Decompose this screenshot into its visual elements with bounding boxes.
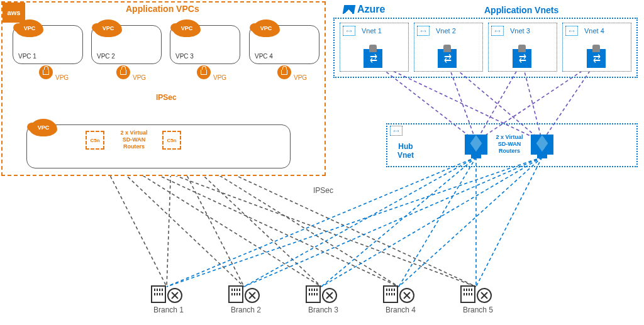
svg-line-29 [399, 157, 476, 287]
vpc-box-2: VPC VPC 2 [91, 25, 162, 64]
application-vpcs-title: Application VPCs [126, 4, 199, 14]
lock-icon [592, 45, 600, 52]
lock-icon [369, 45, 377, 52]
arrows-icon: ⇄ [518, 56, 526, 62]
building-icon [383, 285, 398, 303]
vpc-cloud-icon: VPC [252, 19, 280, 37]
lock-icon [443, 45, 451, 52]
svg-line-28 [321, 157, 476, 287]
vnet-peering-icon: ⇄ [364, 49, 382, 68]
router-icon [245, 288, 260, 303]
vnet-diamond-icon: ‹··› [390, 126, 402, 136]
vpc-name-label: VPC 3 [175, 53, 194, 60]
vpg-label: VPG [213, 74, 226, 81]
hub-vnet-title: Hub Vnet [397, 142, 414, 160]
vnet-name-label: Vnet 1 [362, 27, 382, 35]
vpg-icon [276, 64, 292, 80]
vpc-box-3: VPC VPC 3 [170, 25, 240, 64]
branch-label: Branch 1 [153, 306, 184, 314]
ipsec-aws-label: IPSec [156, 93, 177, 102]
azure-vm-icon [531, 135, 553, 155]
vpc-box-1: VPC VPC 1 [13, 25, 83, 64]
router-icon [167, 288, 182, 303]
vpc-cloud-icon: VPC [173, 19, 201, 37]
building-icon [228, 285, 243, 303]
vpg-label: VPG [55, 74, 69, 81]
arrows-icon: ⇄ [443, 56, 451, 62]
svg-line-34 [399, 157, 542, 287]
svg-line-32 [244, 157, 542, 287]
vnet-diamond-icon: ‹··› [491, 26, 504, 36]
cube-icon [470, 135, 482, 152]
lock-icon [120, 70, 126, 75]
building-icon [460, 285, 475, 303]
branch-label: Branch 5 [463, 306, 493, 314]
branch-node-2 [228, 285, 260, 303]
lock-icon [518, 45, 526, 52]
building-icon [306, 285, 321, 303]
vpg-icon [196, 64, 212, 80]
vnet-diamond-icon: ‹··› [343, 26, 355, 36]
branch-label: Branch 4 [386, 306, 416, 314]
vpc-name-label: VPC 4 [255, 53, 273, 60]
azure-vm-icon [465, 135, 487, 155]
arrows-icon: ⇄ [369, 56, 377, 62]
c5n-router-icon: C5n [86, 131, 104, 150]
vpc-name-label: VPC 2 [97, 53, 115, 60]
router-icon [477, 288, 492, 303]
svg-line-27 [244, 157, 476, 287]
vpg-label: VPG [294, 74, 307, 81]
vpc-box-4: VPC VPC 4 [249, 25, 319, 64]
vpc-cloud-icon: VPC [94, 19, 122, 37]
vnet-peering-icon: ⇄ [587, 49, 606, 68]
lock-icon [281, 70, 287, 75]
router-icon [322, 288, 337, 303]
vnet-diamond-icon: ‹··› [417, 26, 430, 36]
ipsec-center-label: IPSec [313, 186, 333, 195]
branch-label: Branch 3 [308, 306, 338, 314]
azure-sdwan-routers-label: 2 x Virtual SD-WAN Routers [491, 134, 528, 154]
vnet-name-label: Vnet 3 [510, 27, 530, 35]
branch-node-1 [151, 285, 182, 303]
vnet-peering-icon: ⇄ [513, 49, 531, 68]
aws-logo-icon: aws [3, 3, 25, 23]
vnet-peering-icon: ⇄ [438, 49, 457, 68]
vnet-name-label: Vnet 2 [436, 27, 456, 35]
arrows-icon: ⇄ [592, 56, 600, 62]
building-icon [151, 285, 166, 303]
vpc-name-label: VPC 1 [18, 53, 36, 60]
vpg-icon [115, 64, 131, 80]
vnet-name-label: Vnet 4 [584, 27, 604, 35]
transit-vpc-box: VPC [26, 124, 291, 168]
azure-logo: Azure [343, 4, 385, 15]
aws-sdwan-routers-label: 2 x Virtual SD-WAN Routers [112, 129, 156, 150]
cube-icon [536, 135, 548, 152]
lock-icon [43, 70, 49, 75]
lock-icon [201, 70, 207, 75]
branch-node-4 [383, 285, 414, 303]
vnet-diamond-icon: ‹··› [565, 26, 578, 36]
vpc-cloud-icon: VPC [30, 119, 57, 136]
branch-label: Branch 2 [231, 306, 261, 314]
vpg-icon [38, 64, 54, 80]
vpg-label: VPG [133, 74, 146, 81]
branch-node-3 [306, 285, 337, 303]
application-vnets-title: Application Vnets [484, 5, 558, 15]
router-icon [399, 288, 414, 303]
svg-line-26 [167, 157, 476, 287]
azure-logo-icon [343, 5, 355, 14]
branch-node-5 [460, 285, 492, 303]
c5n-router-icon: C5n [162, 131, 181, 150]
